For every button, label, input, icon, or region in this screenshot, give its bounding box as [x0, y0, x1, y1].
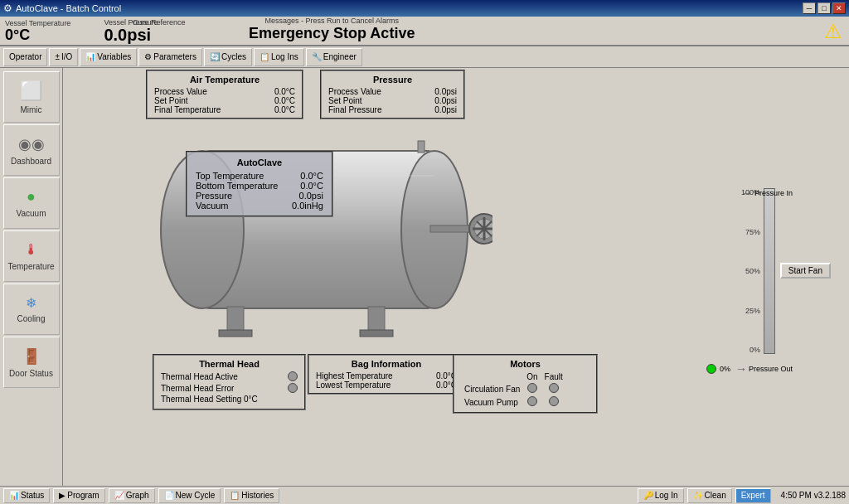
clean-button[interactable]: ✨ Clean [687, 488, 732, 503]
program-button[interactable]: ▶ Program [53, 488, 104, 503]
readings-bar: Vessel Temperature 0°C Vessel Pressure 0… [0, 17, 849, 46]
parameters-button[interactable]: ⚙ Parameters [138, 48, 202, 66]
status-label: Status [21, 491, 44, 500]
program-label: Program [67, 491, 99, 500]
sidebar-item-vacuum[interactable]: ● Vacuum [3, 177, 60, 229]
graph-label: Graph [126, 491, 149, 500]
pressure-setpoint-label: Set Point [328, 96, 411, 105]
histories-button[interactable]: 📋 Histories [224, 488, 279, 503]
status-button[interactable]: 📊 Status [3, 488, 50, 503]
vessel-temp-value: 0°C [5, 27, 70, 42]
svg-rect-7 [430, 225, 472, 232]
door-icon: 🚪 [22, 347, 41, 366]
door-status-label: Door Status [9, 369, 53, 378]
minimize-button[interactable]: ─ [803, 2, 816, 14]
autoclave-bottom-temp-row: Bottom Temperature 0.0°C [196, 181, 323, 191]
air-temp-process-row: Process Value 0.0°C [154, 87, 295, 96]
air-temp-setpoint-row: Set Point 0.0°C [154, 96, 295, 105]
gauge-labels: 100% 75% 50% 25% 0% [741, 188, 764, 354]
vacuum-label: Vacuum [17, 209, 46, 218]
svg-rect-6 [360, 330, 393, 337]
pct-25-label: 25% [745, 307, 760, 315]
pressure-process-value: 0.0psi [434, 87, 457, 96]
pressure-out-pct: 0% [720, 365, 730, 373]
autoclave-top-temp-value: 0.0°C [300, 171, 323, 181]
circulation-fan-on-indicator [527, 383, 537, 393]
close-button[interactable]: ✕ [832, 2, 846, 14]
pressure-box: Pressure Process Value 0.0psi Set Point … [320, 70, 465, 119]
motors-table: On Fault Circulation Fan Vacuum Pump [461, 371, 566, 409]
air-temp-final-row: Final Temperature 0.0°C [154, 105, 295, 114]
pct-0-label: 0% [750, 346, 760, 354]
bag-highest-temp-row: Highest Temperature 0.0°C [316, 371, 457, 380]
thermal-head-error-indicator [288, 383, 298, 393]
start-fan-button[interactable]: Start Fan [780, 263, 831, 279]
new-cycle-button[interactable]: 📄 New Cycle [158, 488, 221, 503]
main-area: ⬜ Mimic ◉◉ Dashboard ● Vacuum 🌡 Temperat… [0, 68, 849, 486]
svg-rect-3 [227, 307, 244, 332]
vessel-pressure-value: 0.0psi [104, 27, 158, 43]
log-in-label: Log In [655, 491, 678, 500]
expert-button[interactable]: Expert [735, 488, 771, 503]
cooling-icon: ❄ [26, 295, 36, 311]
new-cycle-label: New Cycle [176, 491, 216, 500]
mimic-icon: ⬜ [20, 80, 42, 102]
autoclave-top-temp-label: Top Temperature [196, 171, 279, 181]
autoclave-vacuum-row: Vacuum 0.0inHg [196, 201, 323, 211]
pressure-setpoint-value: 0.0psi [434, 96, 457, 105]
cycles-button[interactable]: 🔄 Cycles [204, 48, 252, 66]
sidebar-item-mimic[interactable]: ⬜ Mimic [3, 71, 60, 123]
sidebar-item-temperature[interactable]: 🌡 Temperature [3, 230, 60, 282]
pressure-title: Pressure [328, 75, 457, 85]
io-button[interactable]: ± I/O [49, 48, 78, 66]
histories-icon: 📋 [230, 491, 240, 500]
thermal-head-active-label: Thermal Head Active [161, 372, 284, 381]
toolbar: Operator ± I/O 📊 Variables ⚙ Parameters … [0, 46, 849, 68]
pressure-setpoint-row: Set Point 0.0psi [328, 96, 457, 105]
engineer-button[interactable]: 🔧 Engineer [306, 48, 362, 66]
cure-reference: Cure Reference [133, 18, 186, 27]
pressure-in-arrow: → [741, 187, 753, 200]
thermal-head-title: Thermal Head [161, 359, 298, 369]
log-ins-button[interactable]: 📋 Log Ins [254, 48, 304, 66]
operator-button[interactable]: Operator [3, 48, 47, 66]
time-display: 4:50 PM v3.2.188 [774, 491, 846, 500]
pct-75-label: 75% [745, 228, 760, 236]
histories-label: Histories [241, 491, 274, 500]
motors-box: Motors On Fault Circulation Fan Vacuum P… [453, 354, 598, 414]
pct-50-label: 50% [745, 267, 760, 275]
autoclave-bottom-temp-label: Bottom Temperature [196, 181, 279, 191]
status-bar: 📊 Status ▶ Program 📈 Graph 📄 New Cycle 📋… [0, 486, 849, 504]
graph-icon: 📈 [114, 491, 124, 500]
autoclave-pressure-value: 0.0psi [299, 191, 323, 201]
status-icon: 📊 [9, 491, 19, 500]
warning-icon: ⚠ [824, 20, 842, 43]
sidebar-item-dashboard[interactable]: ◉◉ Dashboard [3, 124, 60, 176]
autoclave-info-box: AutoClave Top Temperature 0.0°C Bottom T… [186, 151, 333, 217]
thermal-head-setting-row: Thermal Head Setting 0°C [161, 395, 298, 404]
vertical-pressure-gauge: 100% 75% 50% 25% 0% [741, 188, 783, 366]
sidebar-item-cooling[interactable]: ❄ Cooling [3, 284, 60, 335]
air-temp-setpoint-value: 0.0°C [274, 96, 295, 105]
autoclave-top-temp-row: Top Temperature 0.0°C [196, 171, 323, 181]
log-in-button[interactable]: 🔑 Log In [638, 488, 684, 503]
svg-rect-5 [219, 330, 252, 337]
thermal-head-setting-label: Thermal Head Setting 0°C [161, 395, 258, 404]
sidebar-item-door-status[interactable]: 🚪 Door Status [3, 337, 60, 388]
log-in-icon: 🔑 [643, 491, 653, 500]
air-temp-final-value: 0.0°C [274, 105, 295, 114]
title-bar: ⚙ AutoClave - Batch Control ─ □ ✕ [0, 0, 849, 17]
bag-lowest-temp-row: Lowest Temperature 0.0°C [316, 380, 457, 390]
content-area: Air Temperature Process Value 0.0°C Set … [63, 68, 849, 486]
svg-rect-4 [368, 307, 385, 332]
restore-button[interactable]: □ [817, 2, 831, 14]
title-bar-left: ⚙ AutoClave - Batch Control [3, 2, 121, 14]
circulation-fan-label: Circulation Fan [461, 382, 523, 395]
vacuum-pump-fault-indicator [549, 396, 559, 406]
sidebar: ⬜ Mimic ◉◉ Dashboard ● Vacuum 🌡 Temperat… [0, 68, 63, 486]
air-temp-process-value: 0.0°C [274, 87, 295, 96]
circulation-fan-fault-indicator [549, 383, 559, 393]
graph-button[interactable]: 📈 Graph [109, 488, 155, 503]
circulation-fan-row: Circulation Fan [461, 382, 566, 395]
variables-button[interactable]: 📊 Variables [80, 48, 137, 66]
